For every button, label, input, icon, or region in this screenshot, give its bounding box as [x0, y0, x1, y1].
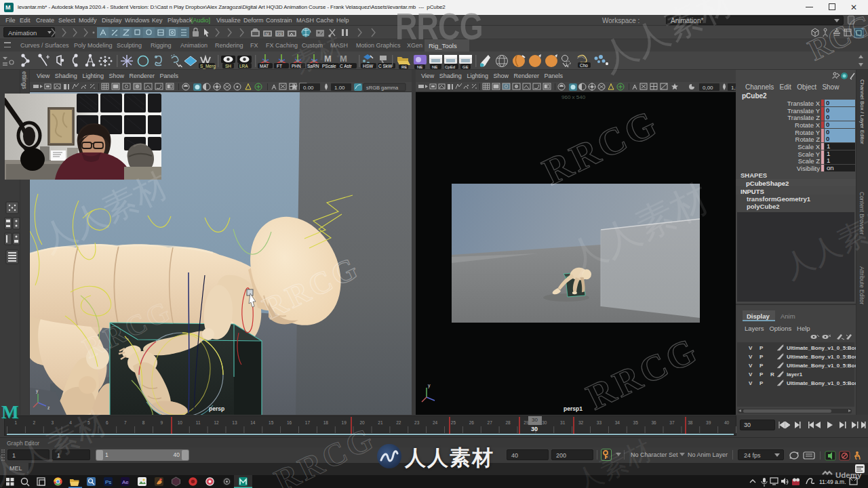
svg-text:NE: NE — [417, 65, 422, 69]
svg-text:0.00: 0.00 — [303, 85, 314, 91]
svg-text:27: 27 — [488, 420, 493, 425]
svg-text:M: M — [324, 54, 332, 64]
svg-text:14: 14 — [250, 420, 256, 425]
svg-text:23: 23 — [414, 420, 420, 425]
svg-text:13: 13 — [232, 420, 237, 425]
svg-text:31: 31 — [560, 420, 566, 425]
svg-text:33: 33 — [597, 420, 602, 425]
svg-text:FT: FT — [277, 64, 282, 68]
svg-text:NE: NE — [432, 65, 437, 69]
svg-text:3: 3 — [51, 420, 54, 425]
svg-text:4: 4 — [69, 420, 72, 425]
svg-text:17: 17 — [305, 420, 311, 425]
svg-text:SH: SH — [225, 64, 231, 68]
svg-text:38: 38 — [688, 420, 693, 425]
svg-text:CpEd: CpEd — [445, 65, 455, 69]
svg-text:36: 36 — [651, 420, 656, 425]
svg-text:40: 40 — [724, 420, 730, 425]
svg-text:25: 25 — [451, 420, 456, 425]
svg-text:16: 16 — [287, 420, 292, 425]
svg-text:11: 11 — [196, 420, 201, 425]
svg-text:IM: IM — [265, 32, 269, 36]
svg-text:Ae: Ae — [122, 479, 129, 485]
svg-text:5: 5 — [87, 420, 90, 425]
svg-text:18: 18 — [323, 420, 329, 425]
svg-text:GE: GE — [462, 65, 469, 69]
svg-text:PHN: PHN — [292, 64, 301, 68]
svg-text:M: M — [340, 54, 347, 64]
svg-text:HSW: HSW — [363, 64, 374, 68]
svg-text:persp1: persp1 — [564, 405, 583, 412]
svg-text:2: 2 — [33, 420, 35, 425]
svg-text:22: 22 — [396, 420, 401, 425]
svg-text:C Astr: C Astr — [340, 64, 353, 68]
svg-text:S_Merg: S_Merg — [200, 64, 216, 69]
svg-text:C SkW: C SkW — [378, 64, 393, 68]
svg-text:37: 37 — [669, 420, 675, 425]
svg-text:1,0: 1,0 — [731, 85, 736, 91]
svg-text:SaRN: SaRN — [307, 64, 319, 68]
svg-text:9: 9 — [161, 420, 163, 425]
svg-text:sRGB gamma: sRGB gamma — [366, 85, 399, 91]
svg-text:LRA: LRA — [239, 64, 248, 68]
svg-text:11:49 a.m.: 11:49 a.m. — [819, 479, 846, 485]
svg-text:15: 15 — [269, 420, 274, 425]
svg-text:Ps: Ps — [105, 479, 111, 485]
svg-text:0,00: 0,00 — [703, 85, 713, 91]
svg-text:32: 32 — [578, 420, 584, 425]
svg-text:960 x 540: 960 x 540 — [561, 94, 586, 100]
svg-text:10: 10 — [178, 420, 183, 425]
svg-text:y: y — [428, 383, 431, 388]
svg-text:34: 34 — [615, 420, 620, 425]
svg-text:28: 28 — [505, 420, 511, 425]
svg-text:persp: persp — [209, 405, 224, 412]
svg-text:7: 7 — [124, 420, 127, 425]
svg-text:30: 30 — [542, 420, 547, 425]
svg-text:24: 24 — [433, 420, 438, 425]
svg-text:Cho: Cho — [580, 63, 588, 68]
svg-text:IPR: IPR — [277, 32, 283, 36]
svg-text:20: 20 — [359, 420, 365, 425]
svg-text:39: 39 — [706, 420, 711, 425]
svg-text:PScale: PScale — [322, 64, 336, 68]
svg-text:z: z — [47, 405, 50, 410]
svg-text:MAT: MAT — [260, 64, 269, 68]
svg-text:12: 12 — [214, 420, 219, 425]
svg-text:1.00: 1.00 — [334, 85, 345, 91]
svg-text:RE: RE — [401, 65, 407, 69]
svg-text:35: 35 — [633, 420, 639, 425]
svg-text:19: 19 — [342, 420, 347, 425]
svg-text:21: 21 — [378, 420, 383, 425]
svg-text:26: 26 — [469, 420, 475, 425]
svg-text:6: 6 — [106, 420, 108, 425]
svg-text:8: 8 — [142, 420, 145, 425]
